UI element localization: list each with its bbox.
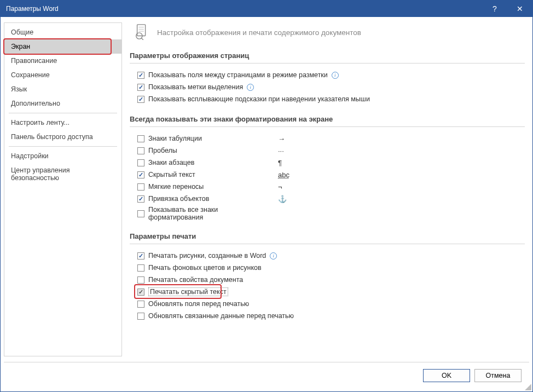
checkbox[interactable] — [137, 171, 144, 178]
opt-highlighter-marks: Показывать метки выделения i — [130, 81, 525, 93]
sidebar-item-general[interactable]: Общие — [4, 25, 121, 39]
sidebar-item-ribbon[interactable]: Настроить ленту... — [4, 116, 121, 130]
opt-object-anchors: Привязка объектов ⚓ — [130, 193, 525, 205]
sidebar-item-proofing[interactable]: Правописание — [4, 54, 121, 68]
symbol-tab: → — [278, 135, 294, 143]
info-icon[interactable]: i — [332, 72, 339, 79]
checkbox[interactable] — [137, 313, 144, 320]
svg-line-5 — [141, 38, 143, 40]
option-label: Показывать все знаки форматирования — [148, 206, 274, 221]
cancel-button[interactable]: Отмена — [474, 369, 522, 382]
checkbox[interactable] — [137, 183, 144, 191]
ok-button[interactable]: OK — [423, 369, 470, 382]
dialog-body: Общие Экран Правописание Сохранение Язык… — [1, 17, 532, 362]
section-title-page-display: Параметры отображения страниц — [130, 49, 525, 64]
option-label: Знаки абзацев — [148, 159, 274, 166]
opt-print-hidden-text: Печатать скрытый текст — [130, 286, 525, 298]
sidebar-separator — [9, 146, 117, 147]
checkbox[interactable] — [137, 147, 144, 154]
opt-show-whitespace: Показывать поля между страницами в режим… — [130, 69, 525, 81]
info-icon[interactable]: i — [247, 84, 254, 91]
option-label: Знаки табуляции — [148, 135, 274, 142]
dialog-footer: OK Отмена — [4, 362, 529, 388]
opt-update-linked: Обновлять связанные данные перед печатью — [130, 310, 525, 322]
opt-print-properties: Печатать свойства документа — [130, 274, 525, 286]
checkbox[interactable] — [137, 276, 144, 284]
opt-show-all-marks: Показывать все знаки форматирования — [130, 205, 525, 222]
option-label: Показывать всплывающие подсказки при нав… — [148, 95, 370, 103]
sidebar-item-save[interactable]: Сохранение — [4, 68, 121, 82]
option-label: Печатать рисунки, созданные в Word — [148, 252, 266, 260]
checkbox[interactable] — [137, 72, 144, 79]
sidebar-separator — [9, 113, 117, 113]
checkbox[interactable] — [137, 210, 144, 217]
opt-tab-characters: Знаки табуляции → — [130, 132, 525, 145]
checkbox[interactable] — [137, 159, 144, 166]
sidebar-item-display[interactable]: Экран — [4, 39, 121, 54]
symbol-hyphen: ¬ — [278, 183, 294, 191]
info-icon[interactable]: i — [270, 252, 277, 260]
opt-tooltips: Показывать всплывающие подсказки при нав… — [130, 93, 525, 105]
option-label: Показывать поля между страницами в режим… — [148, 71, 328, 79]
sidebar-item-trust[interactable]: Центр управления безопасностью — [4, 163, 121, 185]
help-button[interactable]: ? — [482, 1, 507, 17]
sidebar-item-advanced[interactable]: Дополнительно — [4, 96, 121, 111]
opt-hidden-text: Скрытый текст abc — [130, 169, 525, 181]
checkbox[interactable] — [137, 252, 144, 260]
resize-grip[interactable] — [525, 384, 531, 390]
svg-rect-0 — [137, 25, 146, 36]
checkbox[interactable] — [137, 84, 144, 91]
symbol-paragraph: ¶ — [278, 159, 294, 167]
option-label: Пробелы — [148, 147, 274, 154]
option-label: Печатать свойства документа — [148, 276, 243, 284]
sidebar-item-qat[interactable]: Панель быстрого доступа — [4, 130, 121, 144]
checkbox[interactable] — [137, 195, 144, 203]
window-title: Параметры Word — [6, 5, 482, 13]
option-label: Скрытый текст — [148, 171, 274, 178]
titlebar: Параметры Word ? ✕ — [1, 1, 532, 17]
checkbox[interactable] — [137, 264, 144, 272]
opt-update-fields: Обновлять поля перед печатью — [130, 298, 525, 310]
checkbox[interactable] — [137, 289, 144, 296]
checkbox[interactable] — [137, 301, 144, 308]
option-label: Обновлять поля перед печатью — [148, 300, 249, 308]
opt-spaces: Пробелы ··· — [130, 145, 525, 157]
options-dialog: Параметры Word ? ✕ Общие Экран Правописа… — [0, 0, 533, 392]
titlebar-buttons: ? ✕ — [482, 1, 532, 17]
option-label: Мягкие переносы — [148, 183, 274, 191]
section-title-printing: Параметры печати — [130, 230, 525, 244]
panel-heading: Настройка отображения и печати содержимо… — [157, 28, 361, 37]
document-preview-icon — [134, 24, 150, 42]
symbol-hidden: abc — [278, 171, 294, 179]
opt-print-background: Печать фоновых цветов и рисунков — [130, 262, 525, 274]
option-label: Привязка объектов — [148, 195, 274, 203]
opt-paragraph-marks: Знаки абзацев ¶ — [130, 157, 525, 169]
close-button[interactable]: ✕ — [507, 1, 532, 17]
panel-header: Настройка отображения и печати содержимо… — [130, 24, 525, 42]
main-panel: Настройка отображения и печати содержимо… — [122, 17, 532, 362]
checkbox[interactable] — [137, 135, 144, 142]
option-label: Обновлять связанные данные перед печатью — [148, 312, 294, 320]
option-label: Печатать скрытый текст — [148, 288, 228, 296]
category-sidebar: Общие Экран Правописание Сохранение Язык… — [4, 22, 122, 356]
sidebar-item-language[interactable]: Язык — [4, 82, 121, 96]
opt-print-drawings: Печатать рисунки, созданные в Word i — [130, 250, 525, 262]
option-label: Показывать метки выделения — [148, 83, 243, 91]
symbol-space: ··· — [278, 147, 294, 155]
sidebar-item-addins[interactable]: Надстройки — [4, 149, 121, 163]
opt-optional-hyphens: Мягкие переносы ¬ — [130, 181, 525, 193]
section-title-formatting-marks: Всегда показывать эти знаки форматирован… — [130, 113, 525, 127]
option-label: Печать фоновых цветов и рисунков — [148, 264, 262, 272]
symbol-anchor: ⚓ — [278, 195, 294, 203]
checkbox[interactable] — [137, 96, 144, 103]
